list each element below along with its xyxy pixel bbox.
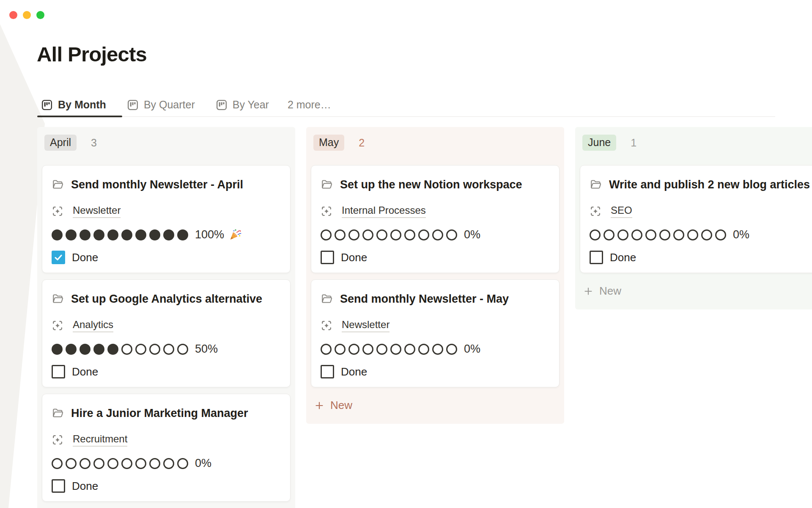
tag-row: SEO bbox=[590, 204, 812, 218]
tab-more-views[interactable]: 2 more… bbox=[285, 98, 347, 116]
progress-dot bbox=[404, 344, 415, 355]
board: April3Send monthly Newsletter - AprilNew… bbox=[37, 127, 812, 508]
page-title: All Projects bbox=[37, 42, 147, 66]
tag-row: Analytics bbox=[52, 319, 281, 332]
progress-dot bbox=[645, 229, 656, 240]
done-checkbox[interactable] bbox=[52, 365, 65, 378]
progress-dot bbox=[446, 229, 457, 240]
progress-dot bbox=[659, 229, 670, 240]
progress-dot bbox=[362, 344, 373, 355]
progress-dot bbox=[418, 344, 429, 355]
tag-link[interactable]: Newsletter bbox=[73, 204, 121, 218]
progress-dot bbox=[52, 344, 63, 355]
done-checkbox[interactable] bbox=[321, 365, 334, 378]
project-card[interactable]: Send monthly Newsletter - AprilNewslette… bbox=[42, 165, 291, 273]
tab-by-quarter[interactable]: By Quarter bbox=[122, 98, 211, 116]
column-count: 2 bbox=[359, 137, 365, 149]
done-row: Done bbox=[321, 251, 550, 264]
open-folder-icon bbox=[52, 293, 64, 305]
minimize-button[interactable] bbox=[23, 11, 31, 19]
open-folder-icon bbox=[321, 178, 333, 190]
progress-dot bbox=[107, 344, 118, 355]
done-checkbox[interactable] bbox=[52, 479, 65, 493]
done-checkbox[interactable] bbox=[590, 251, 603, 264]
done-label: Done bbox=[72, 480, 98, 493]
progress-dot bbox=[390, 229, 401, 240]
tab-label: By Quarter bbox=[144, 99, 195, 111]
tag-link[interactable]: Newsletter bbox=[342, 319, 390, 332]
tab-label: 2 more… bbox=[288, 99, 331, 111]
tab-label: By Month bbox=[58, 99, 106, 111]
progress-dot bbox=[432, 229, 443, 240]
relation-icon bbox=[52, 205, 63, 217]
progress-dot bbox=[715, 229, 726, 240]
progress-dot bbox=[631, 229, 642, 240]
project-title: Send monthly Newsletter - April bbox=[52, 177, 281, 193]
progress-dot bbox=[66, 458, 77, 469]
progress-percent: 0% bbox=[195, 457, 211, 470]
project-card[interactable]: Set up Google Analytics alternativeAnaly… bbox=[42, 279, 291, 387]
tag-row: Newsletter bbox=[52, 204, 281, 218]
plus-icon bbox=[314, 400, 324, 411]
open-folder-icon bbox=[321, 293, 333, 305]
progress-dot bbox=[348, 229, 359, 240]
party-popper-icon bbox=[228, 228, 241, 241]
column-header: April3 bbox=[42, 135, 291, 151]
month-badge: April bbox=[44, 135, 77, 151]
tag-row: Internal Processes bbox=[321, 204, 550, 218]
progress-dot bbox=[177, 229, 188, 240]
tag-row: Newsletter bbox=[321, 319, 550, 332]
progress-dot bbox=[93, 344, 104, 355]
column-header: June1 bbox=[580, 135, 812, 151]
progress-dot bbox=[446, 344, 457, 355]
progress-dot bbox=[177, 458, 188, 469]
column-count: 1 bbox=[631, 137, 636, 149]
progress-dot bbox=[149, 229, 160, 240]
progress-percent: 100% bbox=[195, 228, 224, 241]
done-row: Done bbox=[321, 365, 550, 378]
progress-dot bbox=[335, 344, 346, 355]
new-button[interactable]: New bbox=[311, 394, 560, 418]
project-title: Set up the new Notion workspace bbox=[321, 177, 550, 193]
progress-dot bbox=[121, 344, 132, 355]
month-badge: May bbox=[313, 135, 344, 151]
project-card[interactable]: Hire a Junior Marketing ManagerRecruitme… bbox=[42, 394, 291, 502]
board-column-april: April3Send monthly Newsletter - AprilNew… bbox=[37, 127, 295, 508]
project-title: Send monthly Newsletter - May bbox=[321, 291, 550, 307]
tab-label: By Year bbox=[233, 99, 269, 111]
done-checkbox[interactable] bbox=[321, 251, 334, 264]
progress-dots: 100% bbox=[52, 228, 281, 241]
tab-by-year[interactable]: By Year bbox=[211, 98, 285, 116]
progress-dots: 0% bbox=[321, 342, 550, 356]
tag-link[interactable]: Internal Processes bbox=[342, 204, 426, 218]
done-label: Done bbox=[341, 251, 367, 264]
tag-link[interactable]: Analytics bbox=[73, 319, 113, 332]
progress-dot bbox=[80, 229, 91, 240]
open-folder-icon bbox=[52, 178, 64, 190]
progress-dot bbox=[418, 229, 429, 240]
tab-by-month[interactable]: By Month bbox=[37, 98, 122, 116]
close-button[interactable] bbox=[9, 11, 17, 19]
tag-link[interactable]: Recruitment bbox=[73, 433, 127, 447]
tag-link[interactable]: SEO bbox=[611, 204, 632, 218]
project-card[interactable]: Write and publish 2 new blog articlesSEO… bbox=[580, 165, 812, 273]
progress-dot bbox=[121, 458, 132, 469]
progress-dots: 50% bbox=[52, 342, 281, 356]
open-folder-icon bbox=[590, 178, 602, 190]
project-card[interactable]: Send monthly Newsletter - MayNewsletter0… bbox=[311, 279, 560, 387]
board-column-may: May2Set up the new Notion workspaceInter… bbox=[306, 127, 564, 424]
done-row: Done bbox=[52, 479, 281, 493]
progress-dot bbox=[135, 229, 146, 240]
zoom-button[interactable] bbox=[36, 11, 44, 19]
progress-dot bbox=[80, 458, 91, 469]
progress-percent: 0% bbox=[464, 228, 480, 241]
done-checkbox[interactable] bbox=[52, 251, 65, 264]
project-card[interactable]: Set up the new Notion workspaceInternal … bbox=[311, 165, 560, 273]
new-button[interactable]: New bbox=[580, 279, 812, 304]
progress-dot bbox=[163, 458, 174, 469]
progress-percent: 0% bbox=[464, 342, 480, 356]
progress-dot bbox=[177, 344, 188, 355]
progress-dot bbox=[701, 229, 712, 240]
done-label: Done bbox=[72, 365, 98, 378]
progress-dot bbox=[52, 458, 63, 469]
